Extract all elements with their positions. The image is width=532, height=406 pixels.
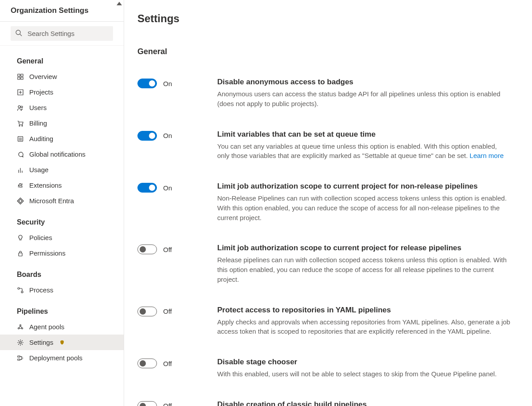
toggle-state-label: Off (163, 307, 172, 315)
toggle-state-label: On (163, 184, 172, 192)
setting-row-limit-queue-vars: OnLimit variables that can be set at que… (137, 130, 511, 161)
toggle-limit-scope-nonrelease[interactable] (137, 183, 157, 193)
toggle-limit-scope-release[interactable] (137, 244, 157, 254)
svg-point-11 (19, 125, 20, 126)
sidebar-item-label: Users (29, 104, 47, 111)
sidebar-item-global-notifications[interactable]: Global notifications (0, 146, 124, 162)
sidebar-item-label: Global notifications (29, 150, 86, 158)
learn-more-link[interactable]: Learn more (469, 152, 504, 159)
sidebar-item-label: Policies (29, 234, 52, 241)
svg-rect-31 (18, 356, 20, 357)
collapse-sidebar-icon[interactable] (117, 2, 122, 5)
sidebar: Organization Settings GeneralOverviewPro… (0, 0, 124, 406)
sidebar-item-label: Settings (29, 339, 53, 346)
gear-icon (17, 339, 24, 346)
setting-row-disable-stage-chooser: OffDisable stage chooserWith this enable… (137, 358, 511, 379)
svg-rect-32 (18, 359, 20, 360)
sidebar-item-label: Microsoft Entra (29, 197, 74, 205)
people-icon (17, 104, 24, 111)
toggle-disable-classic-build[interactable] (137, 401, 157, 406)
svg-point-9 (18, 106, 20, 108)
setting-row-protect-repos-yaml: OffProtect access to repositories in YAM… (137, 306, 511, 337)
toggle-disable-stage-chooser[interactable] (137, 359, 157, 368)
svg-line-1 (20, 34, 22, 36)
sidebar-item-microsoft-entra[interactable]: Microsoft Entra (0, 193, 124, 209)
sidebar-item-auditing[interactable]: Auditing (0, 131, 124, 146)
setting-row-limit-scope-nonrelease: OnLimit job authorization scope to curre… (137, 182, 511, 222)
svg-line-28 (20, 326, 22, 327)
setting-title: Disable anonymous access to badges (217, 78, 511, 87)
setting-title: Limit job authorization scope to current… (217, 244, 511, 252)
toggle-state-label: Off (163, 360, 172, 367)
sidebar-item-process[interactable]: Process (0, 282, 124, 298)
setting-description: Anonymous users can access the status ba… (217, 89, 511, 109)
search-input[interactable] (27, 29, 109, 38)
toggle-state-label: On (163, 132, 172, 139)
section-heading: General (137, 47, 511, 56)
sidebar-item-extensions[interactable]: Extensions (0, 177, 124, 193)
toggle-limit-queue-vars[interactable] (137, 131, 157, 141)
search-icon (15, 29, 27, 38)
toggle-disable-anon-badges[interactable] (137, 79, 157, 88)
nav-group-heading: Pipelines (0, 298, 124, 319)
page-title: Settings (137, 12, 511, 25)
svg-rect-4 (18, 77, 20, 79)
pools-icon (17, 323, 24, 331)
svg-point-30 (20, 341, 21, 343)
svg-rect-5 (21, 77, 23, 79)
setting-description: Release pipelines can run with collectio… (217, 255, 511, 284)
sidebar-nav: GeneralOverviewProjectsUsersBillingAudit… (0, 46, 124, 406)
list-icon (17, 135, 24, 142)
main-content: Settings General OnDisable anonymous acc… (124, 0, 532, 406)
sidebar-title: Organization Settings (11, 6, 113, 15)
setting-title: Limit variables that can be set at queue… (217, 130, 511, 139)
sidebar-header: Organization Settings (0, 0, 124, 22)
setting-title: Disable stage chooser (217, 358, 511, 367)
sidebar-item-label: Projects (29, 88, 53, 96)
flow-icon (17, 287, 24, 294)
toggle-state-label: Off (163, 246, 172, 253)
sidebar-item-deployment-pools[interactable]: Deployment pools (0, 350, 124, 366)
sidebar-item-label: Deployment pools (29, 354, 82, 362)
setting-row-limit-scope-release: OffLimit job authorization scope to curr… (137, 244, 511, 284)
sidebar-item-label: Process (29, 286, 53, 294)
sidebar-item-label: Usage (29, 166, 48, 173)
nav-group-heading: General (0, 47, 124, 69)
nav-group-heading: Security (0, 209, 124, 230)
lock-icon (17, 250, 24, 257)
setting-title: Protect access to repositories in YAML p… (217, 306, 511, 315)
puzzle-icon (17, 182, 24, 189)
svg-rect-2 (18, 74, 20, 76)
svg-point-0 (16, 30, 20, 35)
setting-title: Disable creation of classic build pipeli… (217, 400, 511, 406)
setting-description: You can set any variables at queue time … (217, 142, 511, 161)
setting-description: Apply checks and approvals when accessin… (217, 317, 511, 337)
sidebar-item-overview[interactable]: Overview (0, 69, 124, 84)
chat-icon (17, 151, 24, 158)
toggle-state-label: On (163, 80, 172, 87)
toggle-protect-repos-yaml[interactable] (137, 307, 157, 316)
bulb-icon (17, 234, 24, 241)
setting-row-disable-classic-build: OffDisable creation of classic build pip… (137, 400, 511, 406)
cart-icon (17, 120, 24, 127)
shield-icon (59, 340, 65, 345)
toggle-state-label: Off (163, 402, 172, 406)
sidebar-item-projects[interactable]: Projects (0, 84, 124, 100)
setting-description: Non-Release Pipelines can run with colle… (217, 193, 511, 222)
sidebar-item-permissions[interactable]: Permissions (0, 245, 124, 261)
search-settings[interactable] (11, 26, 113, 41)
svg-line-27 (19, 326, 20, 327)
sidebar-item-agent-pools[interactable]: Agent pools (0, 319, 124, 335)
sidebar-item-label: Billing (29, 119, 47, 127)
sidebar-item-users[interactable]: Users (0, 100, 124, 115)
grid-icon (17, 73, 24, 80)
nav-group-heading: Boards (0, 261, 124, 282)
sidebar-item-policies[interactable]: Policies (0, 230, 124, 245)
diamond-icon (17, 197, 24, 205)
sidebar-item-usage[interactable]: Usage (0, 162, 124, 177)
svg-rect-21 (19, 253, 22, 256)
sidebar-item-settings[interactable]: Settings (0, 335, 124, 350)
sidebar-item-label: Agent pools (29, 323, 64, 331)
sidebar-item-billing[interactable]: Billing (0, 115, 124, 131)
setting-row-disable-anon-badges: OnDisable anonymous access to badgesAnon… (137, 78, 511, 109)
